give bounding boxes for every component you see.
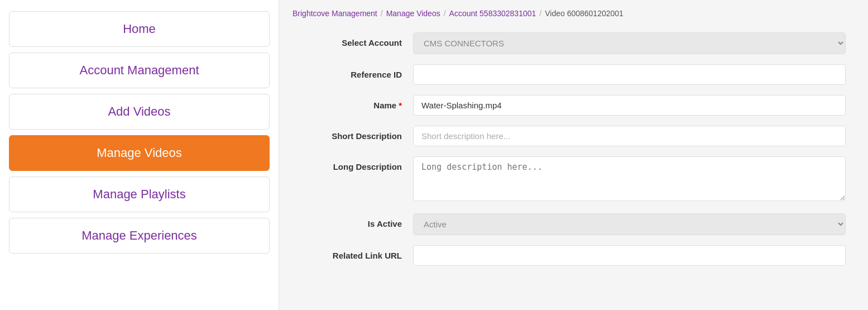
sidebar-item-manage-experiences[interactable]: Manage Experiences [9, 218, 270, 254]
label-reference-id: Reference ID [301, 64, 413, 79]
breadcrumb-link-0[interactable]: Brightcove Management [292, 9, 377, 18]
label-long-description: Long Description [301, 156, 413, 171]
breadcrumb-link-1[interactable]: Manage Videos [386, 9, 440, 18]
breadcrumb-separator: / [539, 9, 541, 18]
form-row-name: Name* [301, 95, 846, 116]
breadcrumb-separator: / [444, 9, 446, 18]
textarea-long-description[interactable] [413, 156, 846, 201]
control-long-description [413, 156, 846, 203]
input-name[interactable] [413, 95, 846, 116]
breadcrumb-link-2[interactable]: Account 5583302831001 [449, 9, 536, 18]
breadcrumb-current: Video 6008601202001 [545, 9, 624, 18]
required-indicator: * [399, 101, 402, 110]
input-reference-id[interactable] [413, 64, 846, 85]
control-is-active: ActiveInactive [413, 213, 846, 235]
sidebar-item-manage-videos[interactable]: Manage Videos [9, 135, 270, 171]
control-name [413, 95, 846, 116]
control-related-link-url [413, 245, 846, 266]
control-short-description [413, 126, 846, 146]
select-is-active[interactable]: ActiveInactive [413, 213, 846, 235]
form-row-select-account: Select AccountCMS CONNECTORS [301, 32, 846, 54]
input-related-link-url[interactable] [413, 245, 846, 266]
label-name: Name* [301, 95, 413, 110]
form-row-reference-id: Reference ID [301, 64, 846, 85]
breadcrumb: Brightcove Management / Manage Videos / … [279, 0, 868, 27]
input-short-description[interactable] [413, 126, 846, 146]
main-content: Brightcove Management / Manage Videos / … [279, 0, 868, 310]
sidebar-item-manage-playlists[interactable]: Manage Playlists [9, 177, 270, 212]
form-row-long-description: Long Description [301, 156, 846, 203]
breadcrumb-separator: / [381, 9, 383, 18]
select-select-account[interactable]: CMS CONNECTORS [413, 32, 846, 54]
label-select-account: Select Account [301, 32, 413, 47]
sidebar-item-account-management[interactable]: Account Management [9, 53, 270, 88]
form-row-short-description: Short Description [301, 126, 846, 146]
form-area: Select AccountCMS CONNECTORSReference ID… [279, 27, 868, 310]
control-select-account: CMS CONNECTORS [413, 32, 846, 54]
control-reference-id [413, 64, 846, 85]
label-is-active: Is Active [301, 213, 413, 228]
form-row-related-link-url: Related Link URL [301, 245, 846, 266]
sidebar: HomeAccount ManagementAdd VideosManage V… [0, 0, 279, 310]
sidebar-item-home[interactable]: Home [9, 11, 270, 47]
label-related-link-url: Related Link URL [301, 245, 413, 260]
sidebar-item-add-videos[interactable]: Add Videos [9, 94, 270, 130]
form-row-is-active: Is ActiveActiveInactive [301, 213, 846, 235]
label-short-description: Short Description [301, 126, 413, 141]
